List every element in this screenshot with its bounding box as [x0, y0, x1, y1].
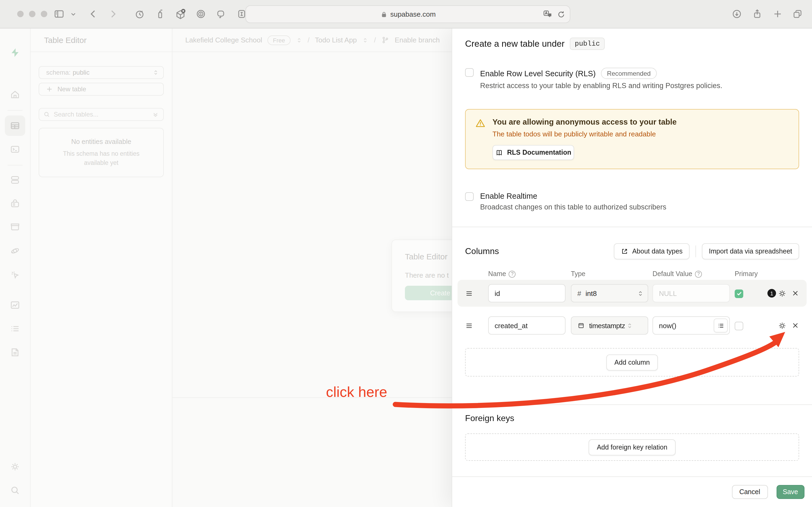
- window-close-button[interactable]: [17, 11, 23, 17]
- settings-icon[interactable]: [10, 461, 20, 472]
- empty-subtitle: This schema has no entities available ye…: [54, 150, 148, 167]
- advisors-icon[interactable]: [10, 270, 20, 280]
- search-icon[interactable]: [10, 485, 20, 496]
- create-table-panel: Create a new table under public Enable R…: [452, 29, 812, 507]
- foreign-keys-dropzone: Add foreign key relation: [465, 434, 799, 461]
- header-type: Type: [571, 270, 648, 278]
- table-editor-icon[interactable]: [10, 120, 20, 131]
- about-data-types-button[interactable]: About data types: [614, 243, 690, 260]
- primary-checkbox[interactable]: [735, 322, 743, 330]
- logs-icon[interactable]: [10, 323, 20, 334]
- rls-docs-button[interactable]: RLS Documentation: [492, 145, 574, 160]
- column-name-input[interactable]: [488, 284, 566, 302]
- column-row-id: # int8 1: [458, 280, 807, 307]
- empty-state-card: Table Editor There are no t Create a new…: [392, 239, 452, 312]
- foreign-keys-heading: Foreign keys: [465, 413, 799, 423]
- schema-select[interactable]: schema: public: [39, 66, 164, 79]
- screen: supabase.com: [0, 0, 812, 507]
- rls-row: Enable Row Level Security (RLS) Recommen…: [452, 68, 812, 90]
- edge-functions-icon[interactable]: [10, 245, 20, 256]
- recommended-badge: Recommended: [601, 68, 656, 79]
- breadcrumb-project[interactable]: Todo List App: [315, 36, 357, 44]
- suggestions-list-icon[interactable]: [714, 319, 728, 332]
- realtime-checkbox[interactable]: [465, 192, 474, 201]
- org-chevron-icon[interactable]: [296, 37, 302, 43]
- warning-icon: [475, 118, 485, 160]
- column-row-created-at: timestamptz: [458, 312, 807, 339]
- back-icon[interactable]: [88, 9, 99, 19]
- empty-title: No entities available: [71, 138, 131, 146]
- column-name-input[interactable]: [488, 316, 566, 335]
- remove-column-icon[interactable]: [792, 322, 799, 329]
- storage-icon[interactable]: [10, 221, 20, 232]
- breadcrumb: Lakefield College School Free / Todo Lis…: [172, 29, 452, 52]
- new-tab-icon[interactable]: [772, 9, 783, 19]
- breadcrumb-org[interactable]: Lakefield College School: [185, 36, 262, 44]
- search-icon: [44, 111, 50, 118]
- help-icon[interactable]: ?: [509, 270, 516, 277]
- sidebar-toggle-icon[interactable]: [54, 9, 64, 19]
- downloads-icon[interactable]: [732, 9, 742, 19]
- reload-icon[interactable]: [557, 10, 566, 18]
- columns-heading: Columns: [465, 246, 499, 256]
- add-foreign-key-button[interactable]: Add foreign key relation: [589, 439, 676, 455]
- double-chevron-icon: [152, 111, 159, 118]
- extension-spray-icon[interactable]: [155, 9, 165, 19]
- column-settings-icon[interactable]: [777, 289, 787, 298]
- sql-editor-icon[interactable]: [10, 144, 20, 155]
- project-chevron-icon[interactable]: [362, 37, 369, 43]
- column-default-input: [652, 284, 730, 302]
- add-column-dropzone: Add column: [465, 348, 799, 377]
- chevron-updown-icon: [637, 290, 644, 297]
- translate-icon[interactable]: [542, 9, 553, 19]
- content-divider: [172, 397, 452, 398]
- auth-icon[interactable]: [10, 198, 20, 209]
- extension-package-icon[interactable]: [175, 9, 186, 20]
- click-here-annotation: click here: [326, 384, 387, 401]
- home-icon[interactable]: [10, 89, 20, 100]
- lock-icon: [380, 10, 388, 18]
- drag-handle-icon[interactable]: [465, 289, 488, 297]
- drag-handle-icon[interactable]: [465, 322, 488, 330]
- column-type-select[interactable]: timestamptz: [571, 316, 648, 335]
- primary-checkbox-checked[interactable]: [735, 289, 743, 298]
- docs-icon[interactable]: [10, 347, 20, 358]
- address-bar[interactable]: supabase.com: [245, 5, 570, 23]
- section-divider: [452, 227, 812, 227]
- rls-checkbox[interactable]: [465, 68, 474, 77]
- realtime-label: Enable Realtime: [480, 192, 537, 200]
- tab-overview-icon[interactable]: [792, 9, 803, 19]
- extension-clock-icon[interactable]: [134, 9, 145, 19]
- import-spreadsheet-button[interactable]: Import data via spreadsheet: [702, 243, 799, 260]
- share-icon[interactable]: [752, 9, 763, 19]
- new-table-label: New table: [57, 86, 86, 93]
- database-icon[interactable]: [10, 175, 20, 185]
- section-divider: [452, 404, 812, 405]
- breadcrumb-separator-2: /: [374, 36, 376, 44]
- breadcrumb-branch[interactable]: Enable branch: [395, 36, 440, 44]
- column-type-select[interactable]: # int8: [571, 284, 648, 302]
- remove-column-icon[interactable]: [792, 289, 799, 297]
- window-zoom-button[interactable]: [41, 11, 47, 17]
- window-minimize-button[interactable]: [29, 11, 36, 17]
- settings-count-badge: 1: [767, 289, 776, 297]
- cancel-button[interactable]: Cancel: [732, 485, 768, 499]
- branch-icon: [381, 36, 389, 44]
- book-icon: [496, 149, 504, 157]
- help-icon[interactable]: ?: [695, 270, 702, 277]
- add-column-button[interactable]: Add column: [606, 354, 658, 370]
- column-settings-icon[interactable]: [777, 321, 787, 330]
- search-placeholder: Search tables...: [54, 111, 99, 118]
- search-tables-input[interactable]: Search tables...: [39, 108, 164, 121]
- save-button[interactable]: Save: [776, 485, 805, 499]
- reports-icon[interactable]: [10, 300, 20, 311]
- supabase-logo-icon[interactable]: [10, 47, 20, 58]
- new-table-button[interactable]: New table: [39, 83, 164, 96]
- extension-plug-icon[interactable]: [215, 9, 226, 19]
- create-table-button-dimmed[interactable]: Create a new t: [405, 286, 452, 300]
- extension-1password-icon[interactable]: [195, 9, 206, 19]
- card-title: Table Editor: [405, 252, 452, 261]
- chevron-down-icon[interactable]: [70, 11, 76, 17]
- header-name: Name?: [488, 270, 566, 278]
- forward-icon[interactable]: [107, 9, 118, 19]
